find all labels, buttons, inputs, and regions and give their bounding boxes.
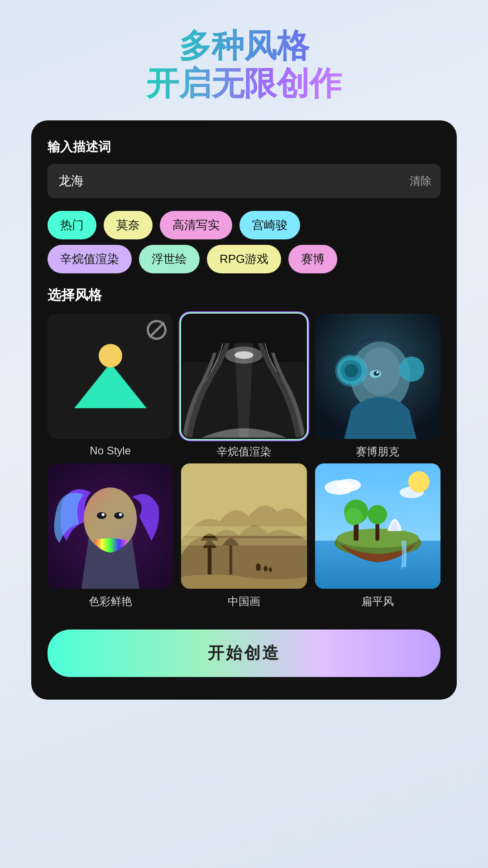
svg-point-27 <box>264 566 268 572</box>
svg-point-43 <box>408 471 430 492</box>
style-name-caise: 色彩鲜艳 <box>89 594 132 609</box>
svg-point-8 <box>373 371 379 376</box>
tag-xinhao[interactable]: 辛烷值渲染 <box>48 245 132 273</box>
ns-sun-icon <box>99 344 122 367</box>
svg-point-20 <box>101 513 104 516</box>
tag-hd[interactable]: 高清写实 <box>160 211 232 239</box>
svg-rect-29 <box>181 526 306 536</box>
style-name-saibo: 赛博朋克 <box>356 444 399 459</box>
style-grid-row2: 色彩鲜艳 <box>48 463 440 609</box>
svg-point-12 <box>344 364 358 377</box>
tag-row-1: 热门 莫奈 高清写实 宫崎骏 <box>48 211 440 239</box>
hero-title: 多种风格 开启无限创作 <box>146 27 342 102</box>
style-item-xinhao[interactable]: 辛烷值渲染 <box>181 314 306 459</box>
style-thumb-caise <box>48 463 173 589</box>
style-name-bian: 扁平风 <box>361 594 394 609</box>
svg-point-34 <box>337 479 361 491</box>
tag-saibo[interactable]: 赛博 <box>288 245 337 273</box>
hero-line2: 开启无限创作 <box>146 65 342 102</box>
style-section-label: 选择风格 <box>48 286 440 305</box>
tag-monet[interactable]: 莫奈 <box>104 211 153 239</box>
style-item-caise[interactable]: 色彩鲜艳 <box>48 463 173 609</box>
style-thumb-bian <box>315 463 440 589</box>
style-thumb-xinhao <box>181 314 306 439</box>
tag-miyazaki[interactable]: 宫崎骏 <box>239 211 300 239</box>
style-grid-row1: No Style <box>48 314 440 459</box>
style-item-no-style[interactable]: No Style <box>48 314 173 459</box>
tag-row-2: 辛烷值渲染 浮世绘 RPG游戏 赛博 <box>48 245 440 273</box>
tag-rpg[interactable]: RPG游戏 <box>207 245 281 273</box>
svg-point-6 <box>360 347 401 396</box>
tag-ukiyo[interactable]: 浮世绘 <box>139 245 200 273</box>
svg-point-18 <box>97 512 106 519</box>
style-name-zhongguo: 中国画 <box>228 594 260 609</box>
style-thumb-zhongguo <box>181 463 306 589</box>
clear-button[interactable]: 清除 <box>410 174 431 188</box>
svg-point-42 <box>368 505 387 525</box>
svg-point-40 <box>345 508 362 525</box>
style-item-bian[interactable]: 扁平风 <box>315 463 440 609</box>
style-name-xinhao: 辛烷值渲染 <box>217 444 271 459</box>
tag-hot[interactable]: 热门 <box>48 211 96 239</box>
style-name-no-style: No Style <box>90 444 131 457</box>
svg-point-28 <box>269 567 272 572</box>
input-wrapper: 清除 <box>48 164 440 198</box>
app-card: 输入描述词 清除 热门 莫奈 高清写实 宫崎骏 辛烷值渲染 浮世绘 RPG游戏 … <box>31 120 457 700</box>
style-thumb-no-style <box>48 314 173 439</box>
svg-rect-25 <box>230 541 232 575</box>
no-style-ban-icon <box>147 320 167 340</box>
style-item-saibo[interactable]: 赛博朋克 <box>315 314 440 459</box>
create-button[interactable]: 开始创造 <box>48 630 440 677</box>
svg-point-21 <box>119 513 122 516</box>
style-thumb-saibo <box>315 314 440 439</box>
svg-point-9 <box>376 372 378 373</box>
hero-line1: 多种风格 <box>146 27 342 65</box>
ns-mountain-icon <box>74 363 147 408</box>
input-section-label: 输入描述词 <box>48 138 440 156</box>
description-input[interactable] <box>48 164 440 198</box>
svg-rect-30 <box>181 538 306 545</box>
svg-point-13 <box>399 357 424 382</box>
style-item-zhongguo[interactable]: 中国画 <box>181 463 306 609</box>
svg-point-26 <box>256 563 261 571</box>
svg-point-19 <box>114 512 124 519</box>
